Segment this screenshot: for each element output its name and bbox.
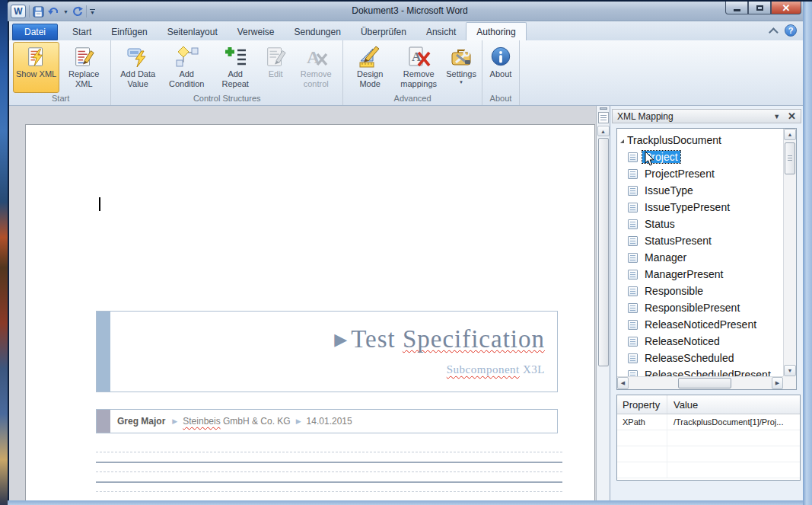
edit-button[interactable]: Edit — [260, 42, 291, 93]
replace-xml-button[interactable]: Replace XML — [59, 42, 108, 93]
button-label: Remove mappings — [397, 69, 440, 88]
tab-authoring[interactable]: Authoring — [466, 22, 526, 40]
button-label: About — [490, 69, 512, 79]
ribbon-group-start: Show XML Replace XML Start — [11, 40, 111, 105]
add-data-value-button[interactable]: Add Data Value — [113, 42, 162, 93]
about-button[interactable]: About — [485, 42, 517, 93]
tree-item-responsiblepresent[interactable]: ResponsiblePresent — [617, 299, 783, 316]
tab-überprüfen[interactable]: Überprüfen — [351, 24, 416, 40]
panel-menu-icon[interactable]: ▼ — [773, 113, 780, 120]
show-xml-button[interactable]: Show XML — [13, 42, 59, 93]
property-table-header: Property Value — [617, 395, 800, 414]
edit-icon — [263, 44, 288, 69]
design-mode-button[interactable]: Design Mode — [345, 42, 394, 93]
button-label: Add Data Value — [116, 69, 159, 88]
collapse-ribbon-icon[interactable] — [769, 27, 779, 37]
xml-node-icon — [628, 270, 638, 280]
tab-ansicht[interactable]: Ansicht — [416, 24, 466, 40]
tree-item-label: StatusPresent — [642, 235, 714, 247]
tree-item-managerpresent[interactable]: ManagerPresent — [617, 266, 783, 283]
maximize-button[interactable] — [748, 2, 771, 14]
xml-node-icon — [628, 253, 638, 263]
tab-datei[interactable]: Datei — [12, 24, 58, 40]
xml-node-icon — [628, 203, 638, 213]
scrollbar-thumb[interactable] — [598, 138, 609, 366]
tree-item-releasescheduled[interactable]: ReleaseScheduled — [617, 350, 783, 366]
scroll-right-icon[interactable]: ▶ — [772, 377, 783, 389]
panel-title: XML Mapping — [617, 111, 673, 122]
about-icon — [488, 44, 514, 69]
scrollbar-thumb[interactable] — [678, 378, 731, 388]
tree-item-issuetype[interactable]: IssueType — [617, 182, 783, 199]
tree-item-statuspresent[interactable]: StatusPresent — [617, 232, 783, 249]
panel-close-icon[interactable]: ✕ — [788, 110, 796, 122]
remove-control-button[interactable]: A Remove control — [291, 42, 340, 93]
tree-item-label: IssueType — [642, 184, 696, 197]
remove-mappings-icon: A — [406, 44, 431, 69]
title-content-control[interactable]: ▶Test Specification Subcomponent X3L — [96, 311, 558, 392]
close-button[interactable]: ✕ — [771, 2, 801, 14]
tab-verweise[interactable]: Verweise — [228, 24, 285, 40]
xml-node-icon — [628, 236, 638, 246]
tree-item-releasescheduledpresent[interactable]: ReleaseScheduledPresent — [617, 366, 783, 376]
group-label: Start — [11, 93, 110, 105]
separator-triangle-icon: ▶ — [296, 417, 301, 425]
add-condition-button[interactable]: Add Condition — [162, 42, 211, 93]
scroll-up-icon[interactable]: ▲ — [784, 129, 796, 140]
scroll-down-icon[interactable]: ▼ — [784, 365, 796, 376]
title-accent-bar — [97, 312, 110, 392]
group-label: About — [483, 93, 518, 105]
tree-horizontal-scrollbar[interactable]: ◀ ▶ — [617, 376, 783, 389]
split-handle[interactable] — [600, 107, 607, 110]
window-border-right — [803, 2, 812, 505]
help-icon[interactable]: ? — [785, 24, 797, 37]
text-caret — [99, 197, 100, 211]
table-gridline-dashed — [96, 491, 562, 492]
settings-button[interactable]: Settings ▼ — [443, 42, 479, 93]
tree-item-responsible[interactable]: Responsible — [617, 283, 783, 299]
tree-root-trackplusdocument[interactable]: TrackplusDocument — [617, 132, 783, 149]
remove-mappings-button[interactable]: A Remove mappings — [394, 42, 443, 93]
tree-item-label: Manager — [642, 251, 689, 264]
expander-icon[interactable] — [620, 139, 624, 143]
tab-seitenlayout[interactable]: Seitenlayout — [158, 24, 228, 40]
scroll-left-icon[interactable]: ◀ — [617, 377, 629, 389]
button-label: Add Condition — [165, 69, 208, 88]
tree-item-projectpresent[interactable]: ProjectPresent — [617, 165, 783, 182]
ruler-toggle-icon[interactable] — [598, 112, 609, 123]
xml-node-icon — [628, 186, 638, 196]
scrollbar-thumb[interactable] — [785, 142, 795, 174]
value-column-header: Value — [667, 395, 800, 414]
add-repeat-button[interactable]: Add Repeat — [211, 42, 260, 93]
tab-einfügen[interactable]: Einfügen — [101, 24, 157, 40]
tab-sendungen[interactable]: Sendungen — [284, 24, 350, 40]
minimize-button[interactable] — [725, 2, 748, 14]
tree-item-label: ReleaseNoticed — [642, 335, 722, 347]
property-row-xpath[interactable]: XPath/TrackplusDocument[1]/Proj... — [617, 414, 800, 430]
window-border-bottom — [8, 500, 803, 505]
button-label: Remove control — [295, 69, 337, 88]
group-label: Control Structures — [112, 93, 342, 105]
property-value: /TrackplusDocument[1]/Proj... — [667, 414, 800, 430]
tree-item-issuetypepresent[interactable]: IssueTypePresent — [617, 199, 783, 216]
ribbon: Show XML Replace XML Start Add Data Valu… — [9, 40, 803, 106]
maximize-icon — [756, 5, 763, 11]
window-title: Dokument3 - Microsoft Word — [8, 5, 812, 16]
title-bar: W ▼ ▼ Dokument3 - Microsoft Word ✕ — [8, 2, 812, 21]
minimize-icon — [734, 9, 740, 11]
tree-item-label: IssueTypePresent — [642, 201, 732, 213]
window-controls: ✕ — [725, 2, 801, 14]
tab-start[interactable]: Start — [62, 24, 101, 40]
document-page[interactable]: ▶Test Specification Subcomponent X3L Gre… — [25, 124, 595, 505]
tree-vertical-scrollbar[interactable]: ▲ ▼ — [783, 129, 796, 376]
tree-item-project[interactable]: Project — [617, 149, 783, 165]
document-scrollbar[interactable]: ▲ — [596, 106, 610, 505]
tree-item-manager[interactable]: Manager — [617, 249, 783, 266]
byline-content-control[interactable]: Greg Major ▶ Steinbeis GmbH & Co. KG ▶ 1… — [96, 409, 558, 433]
scroll-up-icon[interactable]: ▲ — [597, 126, 610, 136]
tree-item-releasenoticed[interactable]: ReleaseNoticed — [617, 333, 783, 350]
tree-item-releasenoticedpresent[interactable]: ReleaseNoticedPresent — [617, 316, 783, 333]
tree-item-label: ReleaseScheduled — [642, 352, 737, 364]
tree-item-status[interactable]: Status — [617, 216, 783, 232]
button-label: Edit — [269, 69, 283, 79]
